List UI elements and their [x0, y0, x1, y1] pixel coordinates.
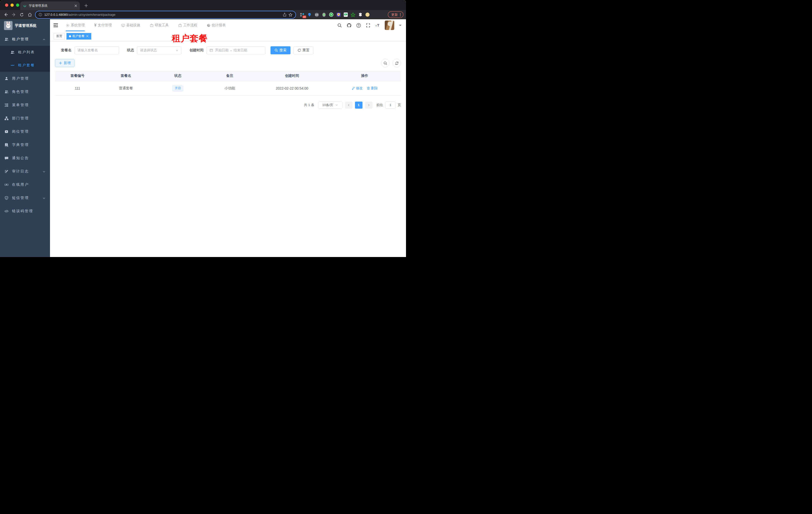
ext-tabs-icon[interactable]: 10 — [300, 12, 304, 17]
bookmark-star-icon[interactable] — [289, 13, 292, 17]
avatar[interactable] — [385, 21, 394, 30]
next-page-button[interactable] — [365, 102, 373, 109]
url-text[interactable]: 127.0.0.1:48080/admin-ui/system/tenant/p… — [44, 13, 281, 17]
search-icon[interactable] — [337, 23, 342, 28]
tab-dev-tools[interactable]: 研发工具 — [145, 19, 174, 31]
sidebar-item-sms-management[interactable]: 短信管理 — [0, 191, 50, 205]
ext-y-icon[interactable] — [329, 12, 334, 17]
package-name-input[interactable]: 请输入套餐名 — [75, 46, 119, 54]
tab-close-icon[interactable] — [74, 4, 77, 7]
search-icon — [383, 61, 387, 65]
sidebar-item-dict-management[interactable]: 字典管理 — [0, 138, 50, 152]
minimize-window-button[interactable] — [10, 3, 14, 7]
font-size-icon[interactable]: тT — [375, 23, 380, 28]
status-badge[interactable]: 开启 — [172, 85, 183, 91]
peoples-icon — [10, 50, 14, 54]
chevron-right-icon — [367, 104, 370, 107]
reset-button[interactable]: 重置 — [293, 46, 314, 54]
filter-date-group: 创建时间 开始日期 - 结束日期 — [190, 46, 265, 54]
sidebar-item-menu-management[interactable]: 菜单管理 — [0, 98, 50, 112]
nav-label: 支付管理 — [98, 23, 112, 28]
ext-command-icon[interactable] — [315, 12, 319, 17]
share-icon[interactable] — [283, 13, 287, 17]
reload-icon[interactable] — [19, 11, 25, 18]
date-range-picker[interactable]: 开始日期 - 结束日期 — [206, 46, 265, 54]
edit-label: 修改 — [356, 86, 363, 90]
sidebar-menu: 租户管理 租户列表 租户套餐 用户管理 — [0, 32, 50, 218]
forward-icon[interactable] — [10, 11, 17, 18]
sidebar-item-notice[interactable]: 通知公告 — [0, 152, 50, 165]
goto-label: 前往 — [377, 103, 383, 107]
browser-menu-icon[interactable] — [400, 13, 401, 16]
yen-icon: ¥ — [94, 23, 96, 27]
sidebar-item-audit-log[interactable]: 审计日志 — [0, 165, 50, 178]
active-dot — [69, 35, 71, 37]
tag-home[interactable]: 首页 — [54, 33, 65, 39]
sidebar-item-post-management[interactable]: 岗位管理 — [0, 125, 50, 138]
tab-workflow[interactable]: 工作流程 — [174, 19, 202, 31]
sidebar-item-online-user[interactable]: 在线用户 — [0, 178, 50, 191]
new-tab-button[interactable] — [83, 3, 89, 8]
tab-payment-management[interactable]: ¥ 支付管理 — [89, 19, 116, 31]
sidebar-item-user-management[interactable]: 用户管理 — [0, 72, 50, 85]
ext-puzzle-icon[interactable] — [358, 12, 362, 17]
url-path: /admin-ui/system/tenant/package — [68, 13, 116, 17]
tab-title: 芋道管理系统 — [29, 4, 72, 8]
badge-icon — [4, 130, 8, 134]
goto-page-input[interactable]: 1 — [385, 102, 396, 109]
zoom-window-button[interactable] — [16, 3, 19, 7]
sidebar-item-label: 用户管理 — [12, 76, 29, 81]
sidebar-item-tenant-package[interactable]: 租户套餐 — [0, 59, 50, 72]
caret-down-icon[interactable] — [399, 25, 402, 27]
delete-link[interactable]: 删除 — [367, 86, 378, 90]
sidebar-item-tenant-management[interactable]: 租户管理 — [0, 32, 50, 46]
close-window-button[interactable] — [5, 3, 8, 7]
tag-close-icon[interactable] — [86, 35, 89, 37]
sidebar-item-error-code[interactable]: 错误码管理 — [0, 205, 50, 218]
back-icon[interactable] — [2, 11, 9, 18]
add-button[interactable]: 新增 — [55, 59, 75, 67]
edit-link[interactable]: 修改 — [352, 86, 363, 90]
sidebar-item-tenant-list[interactable]: 租户列表 — [0, 46, 50, 59]
ext-shield-icon[interactable] — [336, 12, 341, 17]
toggle-search-button[interactable] — [381, 59, 389, 67]
chevron-down-icon — [335, 104, 338, 106]
browser-update-button[interactable]: 更新 — [388, 11, 404, 18]
shield-check-icon — [4, 196, 8, 200]
ext-chat-icon[interactable] — [344, 12, 348, 17]
sidebar-item-dept-management[interactable]: 部门管理 — [0, 112, 50, 125]
browser-tab[interactable]: 芋道管理系统 — [20, 1, 80, 10]
goto-page: 前往 1 页 — [377, 102, 401, 109]
status-select[interactable]: 请选择状态 — [137, 46, 181, 54]
sidebar-collapse-icon[interactable] — [53, 23, 58, 28]
github-icon[interactable] — [347, 23, 351, 28]
page-content: 套餐名 请输入套餐名 状态 请选择状态 创建时间 — [50, 41, 406, 257]
cell-package-id: 111 — [55, 81, 100, 96]
ext-emoji-icon[interactable] — [365, 12, 370, 17]
fullscreen-icon[interactable] — [366, 23, 371, 28]
page-number-button[interactable]: 1 — [355, 102, 362, 109]
tab-system-management[interactable]: 系统管理 — [61, 19, 89, 31]
cell-package-name: 普通套餐 — [100, 81, 152, 96]
ext-star-icon[interactable] — [351, 12, 355, 17]
top-nav: 系统管理 ¥ 支付管理 基础设施 研发工具 — [61, 19, 231, 31]
ext-balloon-icon[interactable] — [307, 12, 312, 17]
browser-window: 芋道管理系统 127.0.0.1:48080/admin-ui/system/t… — [0, 0, 406, 257]
help-icon[interactable] — [356, 23, 361, 28]
tab-infrastructure[interactable]: 基础设施 — [116, 19, 145, 31]
ext-record-icon[interactable] — [322, 12, 326, 17]
sidebar-item-role-management[interactable]: 角色管理 — [0, 85, 50, 98]
prev-page-button[interactable] — [345, 102, 352, 109]
refresh-table-button[interactable] — [393, 59, 401, 67]
tag-tenant-package[interactable]: 租户套餐 — [66, 33, 91, 39]
url-bar[interactable]: 127.0.0.1:48080/admin-ui/system/tenant/p… — [35, 11, 295, 18]
search-button[interactable]: 搜索 — [270, 46, 290, 54]
page-watermark: 租户套餐 — [172, 32, 208, 44]
chevron-up-icon — [42, 38, 46, 41]
page-size-select[interactable]: 10条/页 — [318, 102, 343, 109]
site-info-icon[interactable] — [38, 13, 42, 17]
header-right: тT — [337, 21, 402, 30]
home-icon[interactable] — [27, 11, 33, 18]
tab-statistics-report[interactable]: 统计报表 — [202, 19, 231, 31]
delete-label: 删除 — [371, 86, 378, 90]
